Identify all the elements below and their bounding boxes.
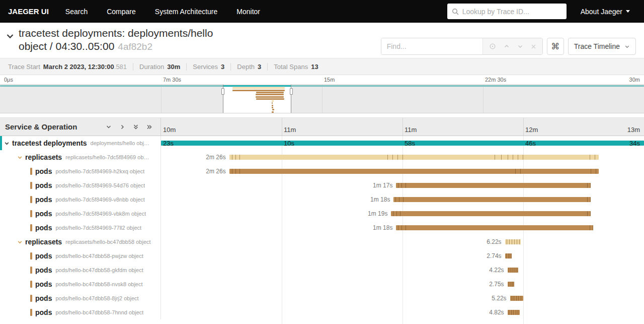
span-child-mark	[509, 282, 509, 287]
span-child-mark	[515, 268, 515, 273]
trace-collapse-toggle[interactable]	[5, 31, 15, 43]
service-name: pods	[35, 181, 52, 189]
span-bar[interactable]	[510, 296, 523, 301]
operation-name: pods/hello-bc47dbb58-pwjzw object	[55, 253, 143, 259]
trace-id-search-box[interactable]	[447, 4, 567, 19]
prev-result-chevron-up-icon[interactable]	[504, 43, 510, 49]
expand-chevron-down-icon[interactable]	[17, 155, 23, 160]
next-result-chevron-down-icon[interactable]	[517, 43, 523, 49]
span-color-chip	[30, 224, 32, 231]
minimap-span-bar	[272, 107, 273, 108]
minimap-axis: 0μs7m 30s15m22m 30s30m	[0, 75, 644, 84]
span-row-label-cell[interactable]: podspods/hello-bc47dbb58-8jrj2 object	[0, 291, 161, 305]
span-child-mark	[591, 169, 591, 174]
span-row-label-cell[interactable]: podspods/hello-7dc5f84969-54d76 object	[0, 178, 161, 192]
trace-id-search-input[interactable]	[462, 8, 562, 16]
span-bar[interactable]	[505, 253, 512, 258]
span-bar[interactable]	[396, 225, 593, 230]
row-accent	[0, 136, 2, 150]
service-name: replicasets	[25, 238, 62, 246]
span-bar[interactable]	[508, 282, 515, 287]
span-row-timeline-cell[interactable]: 4.22s	[161, 263, 644, 277]
span-row-label-cell[interactable]: podspods/hello-7dc5f84969-v8nbb object	[0, 192, 161, 207]
span-row-timeline-cell[interactable]: 2.74s	[161, 249, 644, 263]
span-row-timeline-cell[interactable]: 2m 26s	[161, 164, 644, 178]
span-row-label-cell[interactable]: podspods/hello-bc47dbb58-7hnnd object	[0, 305, 161, 319]
expand-chevron-down-icon[interactable]	[17, 239, 23, 245]
span-bar[interactable]	[161, 141, 644, 146]
span-child-mark	[501, 155, 502, 160]
span-child-mark	[514, 239, 515, 244]
chevron-down-icon	[624, 44, 630, 49]
keyboard-shortcuts-button[interactable]: ⌘	[547, 38, 564, 55]
span-row-timeline-cell[interactable]: 1m 17s	[161, 178, 644, 192]
span-bar[interactable]	[508, 310, 520, 315]
span-child-mark	[512, 239, 512, 244]
focus-match-icon[interactable]	[489, 43, 496, 50]
span-row-timeline-cell[interactable]: 5.22s	[161, 291, 644, 305]
nav-item-system-architecture[interactable]: System Architecture	[145, 8, 227, 16]
span-row-timeline-cell[interactable]: 2.75s	[161, 277, 644, 291]
ruler-tick-seconds: 46s	[525, 140, 536, 147]
span-row-timeline-cell[interactable]	[161, 136, 644, 150]
span-bar[interactable]	[391, 211, 591, 216]
find-input[interactable]	[381, 38, 482, 54]
span-row-timeline-cell[interactable]: 1m 18s	[161, 192, 644, 207]
span-child-mark	[232, 155, 232, 160]
minimap-canvas[interactable]	[0, 84, 644, 113]
expand-all-double-chevron-right-icon[interactable]	[146, 124, 152, 130]
span-child-mark	[516, 296, 517, 301]
expand-chevron-down-icon[interactable]	[4, 141, 10, 146]
service-name: tracetest deployments	[12, 139, 87, 147]
span-duration-label: 1m 19s	[368, 210, 387, 217]
collapse-all-double-chevron-down-icon[interactable]	[133, 124, 139, 130]
span-child-mark	[512, 282, 513, 287]
span-child-mark	[520, 169, 521, 174]
trace-view-selector[interactable]: Trace Timeline	[568, 38, 636, 55]
span-row-timeline-cell[interactable]: 6.22s	[161, 235, 644, 249]
span-row: podspods/hello-bc47dbb58-pwjzw object2.7…	[0, 249, 644, 263]
nav-item-search[interactable]: Search	[56, 8, 97, 16]
minimap-scrim-right[interactable]	[291, 85, 644, 113]
span-bar[interactable]	[396, 183, 591, 188]
span-row-label-cell[interactable]: podspods/hello-bc47dbb58-gkfdm object	[0, 263, 161, 277]
minimap-scrim-left[interactable]	[0, 85, 223, 113]
span-bar[interactable]	[229, 155, 599, 160]
span-row: podspods/hello-bc47dbb58-7hnnd object4.8…	[0, 305, 644, 319]
about-jaeger-menu[interactable]: About Jaeger	[581, 8, 630, 16]
span-bar[interactable]	[505, 239, 521, 244]
minimap-viewport-left-handle[interactable]	[221, 88, 224, 95]
span-row-label-cell[interactable]: tracetest deploymentsdeployments/hello o…	[0, 136, 161, 150]
span-row-timeline-cell[interactable]: 1m 19s	[161, 207, 644, 221]
span-child-mark	[590, 183, 591, 188]
span-child-mark	[400, 211, 400, 216]
span-row-label-cell[interactable]: podspods/hello-7dc5f84969-77ll2 object	[0, 221, 161, 235]
expand-one-chevron-right-icon[interactable]	[119, 124, 125, 130]
span-row-label-cell[interactable]: podspods/hello-bc47dbb58-pwjzw object	[0, 249, 161, 263]
span-bar[interactable]	[508, 268, 518, 273]
span-child-mark	[596, 169, 596, 174]
span-bar[interactable]	[393, 197, 591, 202]
summary-value: 13	[311, 63, 318, 71]
span-row-label-cell[interactable]: podspods/hello-7dc5f84969-h2kxq object	[0, 164, 161, 178]
collapse-one-chevron-down-icon[interactable]	[106, 124, 112, 130]
span-row-timeline-cell[interactable]: 1m 18s	[161, 221, 644, 235]
span-row-label-cell[interactable]: replicasetsreplicasets/hello-7dc5f84969 …	[0, 150, 161, 164]
span-row-label-cell[interactable]: replicasetsreplicasets/hello-bc47dbb58 o…	[0, 235, 161, 249]
app-brand[interactable]: JAEGER UI	[8, 7, 49, 16]
span-child-mark	[395, 197, 396, 202]
span-row-label-cell[interactable]: podspods/hello-bc47dbb58-nvsk8 object	[0, 277, 161, 291]
operation-name: pods/hello-7dc5f84969-vbk8m object	[55, 211, 146, 217]
ruler-tick-minutes: 12m	[525, 126, 538, 134]
minimap-axis-label: 22m 30s	[485, 77, 506, 83]
span-row-label-cell[interactable]: podspods/hello-7dc5f84969-vbk8m object	[0, 207, 161, 221]
span-row-timeline-cell[interactable]: 4.82s	[161, 305, 644, 319]
span-child-mark	[590, 211, 591, 216]
nav-item-monitor[interactable]: Monitor	[227, 8, 270, 16]
nav-item-compare[interactable]: Compare	[97, 8, 145, 16]
minimap-viewport-right-handle[interactable]	[290, 88, 293, 95]
clear-find-close-icon[interactable]	[531, 44, 536, 49]
span-bar[interactable]	[229, 169, 599, 174]
find-group	[381, 38, 543, 55]
span-row-timeline-cell[interactable]: 2m 26s	[161, 150, 644, 164]
